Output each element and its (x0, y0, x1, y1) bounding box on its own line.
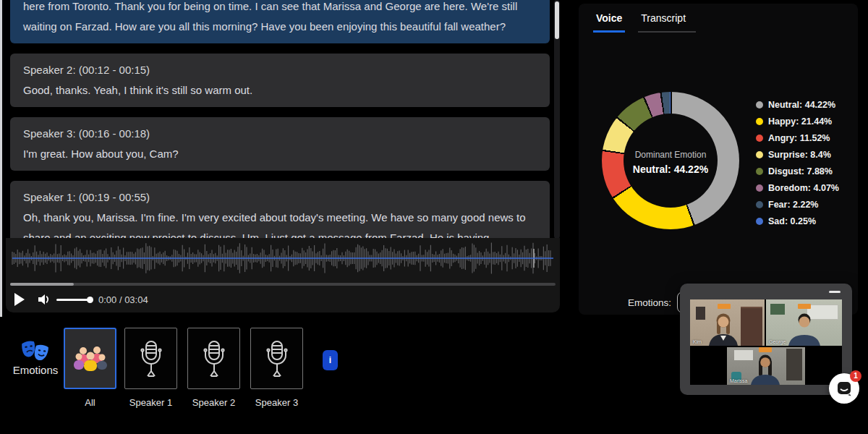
emotions-section-label: Emotions (7, 364, 64, 376)
info-button[interactable]: i (323, 350, 338, 370)
legend-dot-icon (756, 151, 763, 158)
waveform-scrollbar[interactable] (10, 283, 556, 286)
video-tile-george: George (766, 299, 842, 346)
video-tile-marissa: Marissa (727, 347, 805, 385)
picture-frame (770, 304, 785, 315)
notification-badge: 1 (850, 370, 861, 382)
speaker-button-label: Speaker 1 (124, 397, 177, 408)
legend-label: Angry: 11.52% (768, 133, 830, 143)
transcript-scrollbar[interactable] (554, 0, 560, 239)
speaker-timestamp: Speaker 3: (00:16 - 00:18) (23, 124, 537, 144)
cabinet (741, 307, 762, 346)
emotion-donut-chart[interactable]: Dominant Emotion Neutral: 44.22% (602, 92, 739, 229)
emotion-tag (798, 304, 811, 309)
speaker-button-label: Speaker 2 (187, 397, 240, 408)
legend-item[interactable]: Surprise: 8.4% (756, 146, 839, 163)
legend-item[interactable]: Happy: 21.44% (756, 113, 839, 129)
legend-label: Fear: 2.22% (768, 200, 818, 210)
legend-item[interactable]: Neutral: 44.22% (756, 96, 839, 113)
speaker-timestamp: Speaker 1: (00:19 - 00:55) (23, 187, 537, 208)
legend-dot-icon (756, 201, 763, 208)
audio-player: 0:00 / 03:04 (6, 238, 560, 312)
emotion-masks-icon (19, 340, 52, 365)
volume-knob[interactable] (87, 297, 93, 303)
microphone-icon (201, 339, 227, 378)
legend-item[interactable]: Sad: 0.25% (756, 213, 839, 229)
participant-name: Kim (693, 339, 702, 344)
microphone-icon (138, 339, 164, 378)
transcript-panel: here from Toronto. Thank you for being o… (6, 0, 554, 240)
legend-item[interactable]: Angry: 11.52% (756, 129, 839, 146)
transcript-text: here from Toronto. Thank you for being o… (23, 0, 537, 37)
participant-name: George (769, 339, 786, 344)
voice-analysis-panel: Voice Transcript Dominant Emotion Neutra… (579, 4, 858, 315)
chart-legend: Neutral: 44.22%Happy: 21.44%Angry: 11.52… (756, 96, 839, 229)
person-silhouette (747, 353, 783, 385)
tab-bar: Voice Transcript (579, 4, 858, 33)
speaker-button-all[interactable] (64, 328, 116, 389)
legend-dot-icon (756, 184, 763, 192)
chat-launcher-button[interactable]: 1 (829, 373, 859, 404)
legend-dot-icon (756, 218, 763, 225)
transcript-segment-active[interactable]: here from Toronto. Thank you for being o… (10, 0, 550, 43)
legend-dot-icon (756, 101, 763, 109)
scrollbar-thumb[interactable] (555, 1, 559, 39)
emotion-tag (718, 304, 731, 309)
legend-label: Sad: 0.25% (768, 216, 816, 226)
legend-dot-icon (756, 168, 763, 175)
legend-item[interactable]: Boredom: 4.07% (756, 179, 839, 196)
chat-bubble-icon (835, 380, 853, 397)
speaker-button-3[interactable] (250, 328, 303, 389)
speaker-timestamp: Speaker 2: (00:12 - 00:15) (23, 60, 537, 80)
transcript-segment[interactable]: Speaker 2: (00:12 - 00:15) Good, thanks.… (10, 54, 550, 107)
cabinet (786, 349, 802, 380)
volume-slider[interactable] (56, 299, 90, 301)
legend-dot-icon (756, 118, 763, 125)
participant-name: Marissa (730, 378, 748, 383)
legend-label: Boredom: 4.07% (768, 183, 839, 193)
donut-center: Dominant Emotion Neutral: 44.22% (624, 114, 718, 208)
video-call-window[interactable]: Kim George (680, 284, 852, 395)
legend-label: Surprise: 8.4% (768, 150, 831, 160)
speaker-button-1[interactable] (124, 328, 177, 389)
legend-dot-icon (756, 135, 763, 142)
tab-voice[interactable]: Voice (593, 12, 625, 33)
minimize-icon[interactable] (829, 291, 841, 293)
tab-transcript[interactable]: Transcript (638, 12, 696, 33)
legend-label: Happy: 21.44% (768, 116, 832, 127)
legend-label: Neutral: 44.22% (768, 100, 835, 110)
video-tile-kim: Kim (690, 299, 765, 346)
speaker-button-label: Speaker 3 (250, 397, 303, 408)
people-group-icon (73, 345, 108, 373)
transcript-segment[interactable]: Speaker 1: (00:19 - 00:55) Oh, thank you… (10, 181, 550, 240)
legend-item[interactable]: Disgust: 7.88% (756, 163, 839, 179)
person-silhouette (785, 311, 824, 346)
speaker-button-2[interactable] (187, 328, 240, 389)
microphone-icon (264, 339, 290, 378)
time-display: 0:00 / 03:04 (98, 294, 148, 305)
speaker-button-label: All (64, 397, 116, 408)
volume-icon[interactable] (36, 292, 52, 307)
legend-label: Disgust: 7.88% (768, 166, 833, 176)
play-button[interactable] (14, 293, 25, 306)
window-edge (0, 0, 2, 317)
transcript-text: Oh, thank you, Marissa. I'm fine. I'm ve… (23, 208, 537, 240)
legend-item[interactable]: Fear: 2.22% (756, 196, 839, 213)
video-grid: Kim George (690, 299, 842, 385)
emotion-tag (759, 347, 772, 352)
dominant-emotion-value: Neutral: 44.22% (633, 163, 708, 175)
emotions-dropdown-label: Emotions: (628, 297, 671, 308)
transcript-text: I'm great. How about you, Cam? (23, 144, 537, 164)
waveform-scroll-thumb[interactable] (10, 283, 74, 286)
person-silhouette (705, 311, 742, 346)
waveform[interactable] (10, 242, 556, 274)
dominant-emotion-label: Dominant Emotion (635, 150, 707, 160)
transcript-segment[interactable]: Speaker 3: (00:16 - 00:18) I'm great. Ho… (10, 117, 550, 171)
app-root: here from Toronto. Thank you for being o… (0, 0, 868, 434)
transcript-text: Good, thanks. Yeah, I think it's still s… (23, 80, 537, 101)
